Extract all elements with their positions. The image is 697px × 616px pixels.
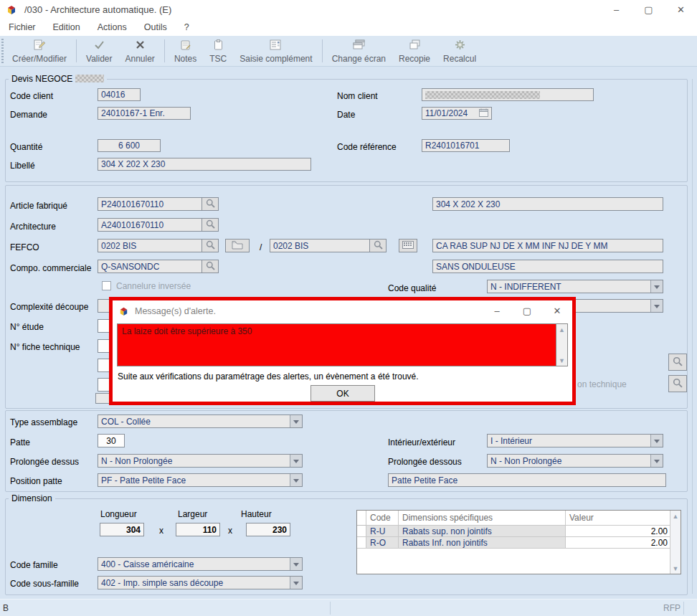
cannelure-checkbox[interactable] [102, 281, 111, 290]
alert-scrollbar[interactable]: ▲ ▼ [556, 324, 567, 366]
code-sous-famille-label: Code sous-famille [10, 579, 79, 589]
article-lookup-button[interactable] [201, 197, 219, 211]
quantite-label: Quantité [10, 142, 42, 152]
chevron-down-icon [650, 300, 663, 312]
annuler-button[interactable]: Annuler [119, 36, 161, 66]
type-assemblage-label: Type assemblage [10, 417, 77, 427]
prolongee-dessous-label: Prolongée dessous [388, 457, 462, 467]
article-fabrique-label: Article fabriqué [10, 201, 67, 211]
valider-button[interactable]: Valider [80, 36, 118, 66]
largeur-field[interactable]: 110 [176, 523, 220, 536]
interieur-exterieur-dropdown[interactable]: I - Intérieur [487, 434, 663, 447]
ok-button[interactable]: OK [310, 385, 375, 402]
dialog-maximize-button[interactable]: ▢ [512, 300, 542, 321]
menu-actions[interactable]: Actions [89, 20, 136, 34]
tsc-button[interactable]: TSC [203, 36, 233, 66]
architecture-lookup-button[interactable] [201, 218, 219, 232]
lookup-button-right-1[interactable] [668, 354, 687, 371]
code-sous-famille-dropdown[interactable]: 402 - Imp. simple sans découpe [98, 576, 303, 589]
toolbar: Créer/Modifier Valider Annuler Notes [0, 36, 697, 67]
code-client-label: Code client [10, 91, 53, 101]
search-icon [206, 199, 215, 210]
code-famille-dropdown[interactable]: 400 - Caisse américaine [98, 557, 303, 571]
fefco-catalog-button[interactable] [225, 239, 250, 252]
mult-sign: x [159, 526, 163, 536]
quantite-field[interactable]: 6 600 [98, 139, 161, 152]
creer-modifier-button[interactable]: Créer/Modifier [6, 36, 73, 66]
code-qualite-dropdown[interactable]: N - INDIFFERENT [487, 280, 663, 293]
article-desc-field: 304 X 202 X 230 [432, 197, 663, 211]
table-cell-desc[interactable]: Rabats Inf. non jointifs [399, 537, 566, 549]
menu-bar: Fichier Edition Actions Outils ? [0, 19, 697, 36]
chevron-down-icon [290, 415, 302, 427]
libelle-field[interactable]: 304 X 202 X 230 [98, 158, 311, 171]
fefco-keyboard-button[interactable] [399, 239, 417, 252]
toolbar-grip[interactable] [1, 39, 4, 63]
scroll-down-icon[interactable]: ▼ [556, 355, 567, 366]
position-patte-dropdown[interactable]: PF - Patte Petite Face [98, 473, 303, 487]
table-cell-desc[interactable]: Rabats sup. non jointifs [399, 526, 566, 537]
toolbar-button-label: TSC [209, 54, 227, 64]
menu-outils[interactable]: Outils [136, 20, 176, 34]
date-field[interactable]: 11/01/2024 [422, 107, 492, 120]
hauteur-field[interactable]: 230 [246, 523, 290, 536]
table-cell-valeur[interactable]: 2.00 [566, 537, 671, 549]
saisie-complement-button[interactable]: Saisie complément [233, 36, 318, 66]
fefco-field[interactable]: 0202 BIS [98, 239, 202, 252]
type-assemblage-dropdown[interactable]: COL - Collée [98, 414, 303, 428]
chevron-down-icon [290, 577, 302, 589]
fefco2-field[interactable]: 0202 BIS [270, 239, 370, 252]
dialog-minimize-button[interactable]: – [482, 300, 512, 321]
search-icon [374, 240, 383, 252]
compo-lookup-button[interactable] [201, 260, 219, 273]
prolongee-dessous-dropdown[interactable]: N - Non Prolongée [487, 454, 663, 468]
position-patte-desc-field: Patte Petite Face [388, 473, 666, 487]
code-client-field[interactable]: 04016 [98, 88, 141, 101]
minimize-button[interactable]: – [600, 0, 632, 19]
col-header-dimensions[interactable]: Dimensions spécifiques [399, 511, 566, 526]
notes-button[interactable]: Notes [168, 36, 203, 66]
close-button[interactable]: ✕ [665, 0, 697, 19]
menu-aide[interactable]: ? [176, 20, 198, 34]
patte-field[interactable]: 30 [98, 434, 125, 447]
col-header-valeur[interactable]: Valeur [566, 511, 671, 526]
status-bar: B RFP [0, 599, 697, 616]
lookup-button-right-2[interactable] [668, 375, 687, 392]
scroll-up-icon[interactable]: ▲ [670, 511, 681, 521]
longueur-field[interactable]: 304 [100, 523, 144, 536]
alert-dialog-titlebar[interactable]: Message(s) d'alerte. – ▢ ✕ [113, 300, 572, 321]
row-selector[interactable] [357, 526, 366, 537]
code-sous-famille-value: 402 - Imp. simple sans découpe [98, 578, 290, 588]
alert-dialog: Message(s) d'alerte. – ▢ ✕ La laize doit… [109, 297, 576, 405]
compo-field[interactable]: Q-SANSONDC [98, 260, 202, 273]
table-scrollbar[interactable]: ▲ ▼ [670, 511, 681, 574]
maximize-button[interactable]: ▢ [632, 0, 665, 19]
demande-field[interactable]: 24010167-1 Enr. [98, 107, 191, 120]
scroll-up-icon[interactable]: ▲ [556, 324, 567, 335]
col-header-code[interactable]: Code [366, 511, 399, 526]
change-ecran-button[interactable]: Change écran [326, 36, 392, 66]
article-fabrique-field[interactable]: P240101670110 [98, 197, 202, 211]
architecture-label: Architecture [10, 222, 56, 232]
compo-desc-field: SANS ONDULEUSE [432, 260, 663, 273]
dialog-close-button[interactable]: ✕ [542, 300, 572, 321]
architecture-field[interactable]: A240101670110 [98, 218, 202, 232]
menu-fichier[interactable]: Fichier [0, 20, 44, 34]
table-cell-code[interactable]: R-O [366, 537, 399, 549]
code-reference-field[interactable]: R2401016701 [422, 139, 510, 152]
recopie-button[interactable]: Recopie [392, 36, 437, 66]
chevron-down-icon [650, 280, 663, 293]
prolongee-dessus-dropdown[interactable]: N - Non Prolongée [98, 454, 303, 468]
fefco-lookup-button[interactable] [201, 239, 219, 252]
table-cell-code[interactable]: R-U [366, 526, 399, 537]
fefco2-lookup-button[interactable] [369, 239, 387, 252]
nom-client-field[interactable] [422, 88, 594, 101]
row-selector[interactable] [357, 537, 366, 549]
type-assemblage-value: COL - Collée [98, 417, 290, 427]
edit-document-icon [33, 39, 46, 54]
scroll-down-icon[interactable]: ▼ [670, 563, 681, 574]
table-cell-valeur[interactable]: 2.00 [566, 526, 671, 537]
menu-edition[interactable]: Edition [44, 20, 89, 34]
calendar-icon[interactable] [479, 108, 488, 119]
recalcul-button[interactable]: Recalcul [437, 36, 483, 66]
